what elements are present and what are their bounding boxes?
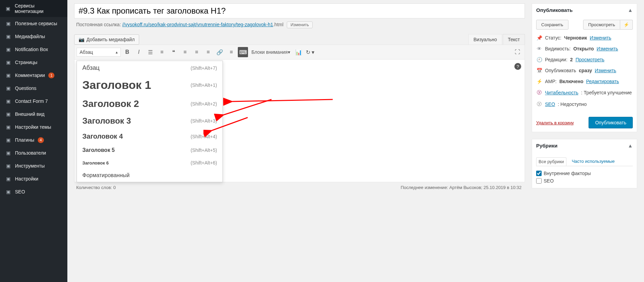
add-media-label: Добавить медиафайл xyxy=(86,37,135,42)
preview-amp-button[interactable]: ⚡ xyxy=(620,20,633,30)
box-icon: ▣ xyxy=(5,46,12,53)
category-list[interactable]: Внутренние факторыSEO xyxy=(536,168,633,185)
number-list-icon[interactable]: ≡ xyxy=(157,47,167,57)
sidebar-item-6[interactable]: ▣Questions xyxy=(0,82,67,95)
status-edit-link[interactable]: Изменить xyxy=(590,35,611,41)
category-label: Внутренние факторы xyxy=(544,171,591,176)
tab-all-categories[interactable]: Все рубрики xyxy=(536,157,566,166)
sidebar-item-14[interactable]: ▣SEO xyxy=(0,185,67,198)
revisions-value: 2 xyxy=(570,57,573,62)
sidebar-item-2[interactable]: ▣Медиафайлы xyxy=(0,30,67,43)
seo-link[interactable]: SEO xyxy=(545,101,555,107)
sidebar-item-label: Страницы xyxy=(15,60,37,65)
format-option-h4[interactable]: Заголовок 4(Shift+Alt+4) xyxy=(77,129,222,144)
sidebar-item-label: Медиафайлы xyxy=(15,34,45,39)
stats-icon[interactable]: 📊 xyxy=(294,47,304,57)
visibility-label: Видимость: xyxy=(545,46,571,51)
schedule-edit-link[interactable]: Изменить xyxy=(595,68,616,73)
list-icon: ▣ xyxy=(5,20,12,27)
format-option-shortcut: (Shift+Alt+4) xyxy=(191,134,217,139)
category-checkbox[interactable] xyxy=(536,171,542,176)
sidebar-item-label: Комментарии xyxy=(15,73,45,78)
category-checkbox[interactable] xyxy=(536,178,542,184)
align-right-icon[interactable]: ≡ xyxy=(203,47,213,57)
sidebar-item-3[interactable]: ▣Notification Box xyxy=(0,43,67,56)
amp-edit-link[interactable]: Редактировать xyxy=(586,79,619,84)
format-select[interactable]: Абзац xyxy=(77,48,121,57)
publish-button[interactable]: Опубликовать xyxy=(589,117,633,128)
help-icon[interactable]: ? xyxy=(514,63,521,70)
category-item[interactable]: SEO xyxy=(536,177,633,185)
tab-visual[interactable]: Визуально xyxy=(468,34,502,45)
move-to-trash-link[interactable]: Удалить в корзину xyxy=(536,120,574,125)
sidebar-item-label: Внешний вид xyxy=(15,111,45,117)
format-option-h3[interactable]: Заголовок 3(Shift+Alt+3) xyxy=(77,113,222,129)
add-media-button[interactable]: 📷 Добавить медиафайл xyxy=(74,34,139,45)
refresh-icon[interactable]: ↻ ▾ xyxy=(305,47,315,57)
format-option-h6[interactable]: Заголовок 6(Shift+Alt+6) xyxy=(77,157,222,169)
permalink-link[interactable]: //vysokoff.ru/seo/kak-prodvinut-sajt/vnu… xyxy=(122,22,273,27)
camera-icon: 📷 xyxy=(79,37,84,42)
format-option-shortcut: (Shift+Alt+3) xyxy=(191,118,217,124)
mail-icon: ▣ xyxy=(5,98,12,105)
pin-icon: 📌 xyxy=(536,35,542,41)
italic-button[interactable]: I xyxy=(134,47,144,57)
readability-link[interactable]: Читабельность xyxy=(545,90,578,95)
revisions-label: Редакции: xyxy=(545,57,567,62)
status-value: Черновик xyxy=(564,35,587,41)
revisions-browse-link[interactable]: Просмотреть xyxy=(576,57,605,62)
category-item[interactable]: Внутренние факторы xyxy=(536,170,633,177)
bullet-list-icon[interactable]: ☰ xyxy=(145,47,155,57)
admin-sidebar: ▣Сервисы монетизации▣Полезные сервисы▣Ме… xyxy=(0,0,67,282)
schedule-label: Опубликовать xyxy=(545,68,576,73)
revisions-icon: 🕘 xyxy=(536,57,542,62)
tab-frequent-categories[interactable]: Часто используемые xyxy=(570,157,617,166)
attention-blocks-dropdown[interactable]: Блоки внимания ▾ xyxy=(249,47,292,57)
sidebar-item-11[interactable]: ▣Пользователи xyxy=(0,146,67,159)
sidebar-item-12[interactable]: ▣Инструменты xyxy=(0,159,67,172)
permalink-ext: .html xyxy=(273,22,283,27)
post-title-input[interactable] xyxy=(74,3,525,18)
word-count: Количество слов: 0 xyxy=(76,185,116,190)
quote-icon[interactable]: ❝ xyxy=(168,47,179,57)
sidebar-item-0[interactable]: ▣Сервисы монетизации xyxy=(0,0,67,17)
sidebar-right: Опубликовать ▲ Сохранить Просмотреть ⚡ 📌… xyxy=(532,0,644,282)
amp-label: AMP: xyxy=(545,79,557,84)
tab-text[interactable]: Текст xyxy=(503,34,525,45)
sidebar-item-10[interactable]: ▣Плагины4 xyxy=(0,134,67,146)
save-draft-button[interactable]: Сохранить xyxy=(536,20,568,30)
sidebar-item-7[interactable]: ▣Contact Form 7 xyxy=(0,95,67,108)
sidebar-item-label: Questions xyxy=(15,85,36,91)
badge: 4 xyxy=(38,137,44,143)
permalink-edit-button[interactable]: Изменить xyxy=(287,21,313,28)
sidebar-item-9[interactable]: ▣Настройки темы xyxy=(0,121,67,134)
collapse-icon[interactable]: ▲ xyxy=(628,143,633,148)
sidebar-item-8[interactable]: ▣Внешний вид xyxy=(0,108,67,121)
sidebar-item-label: Инструменты xyxy=(15,163,45,169)
toolbar-toggle-icon[interactable]: ⌨ xyxy=(238,47,248,57)
sidebar-item-5[interactable]: ▣Комментарии1 xyxy=(0,69,67,82)
bold-button[interactable]: B xyxy=(122,47,132,57)
collapse-icon[interactable]: ▲ xyxy=(628,7,633,13)
editor-mode-tabs: Визуально Текст xyxy=(468,34,525,45)
link-icon[interactable]: 🔗 xyxy=(215,47,225,57)
format-option-pre[interactable]: Форматированный xyxy=(77,169,222,182)
sidebar-item-label: Сервисы монетизации xyxy=(15,3,63,14)
gear-icon: ▣ xyxy=(5,124,12,130)
format-option-h1[interactable]: Заголовок 1(Shift+Alt+1) xyxy=(77,75,222,95)
visibility-edit-link[interactable]: Изменить xyxy=(597,46,618,51)
more-icon[interactable]: ≡ xyxy=(226,47,236,57)
format-option-shortcut: (Shift+Alt+1) xyxy=(191,82,217,88)
fullscreen-icon[interactable]: ⛶ xyxy=(512,47,523,57)
align-center-icon[interactable]: ≡ xyxy=(192,47,202,57)
sidebar-item-4[interactable]: ▣Страницы xyxy=(0,56,67,69)
plugin-icon: ▣ xyxy=(5,137,12,143)
align-left-icon[interactable]: ≡ xyxy=(180,47,190,57)
format-option-h2[interactable]: Заголовок 2(Shift+Alt+2) xyxy=(77,95,222,113)
sidebar-item-13[interactable]: ▣Настройки xyxy=(0,172,67,185)
format-option-h5[interactable]: Заголовок 5(Shift+Alt+5) xyxy=(77,144,222,157)
sidebar-item-1[interactable]: ▣Полезные сервисы xyxy=(0,17,67,30)
seo-icon: ▣ xyxy=(5,188,12,195)
preview-button[interactable]: Просмотреть xyxy=(583,20,620,30)
format-option-para[interactable]: Абзац(Shift+Alt+7) xyxy=(77,61,222,75)
